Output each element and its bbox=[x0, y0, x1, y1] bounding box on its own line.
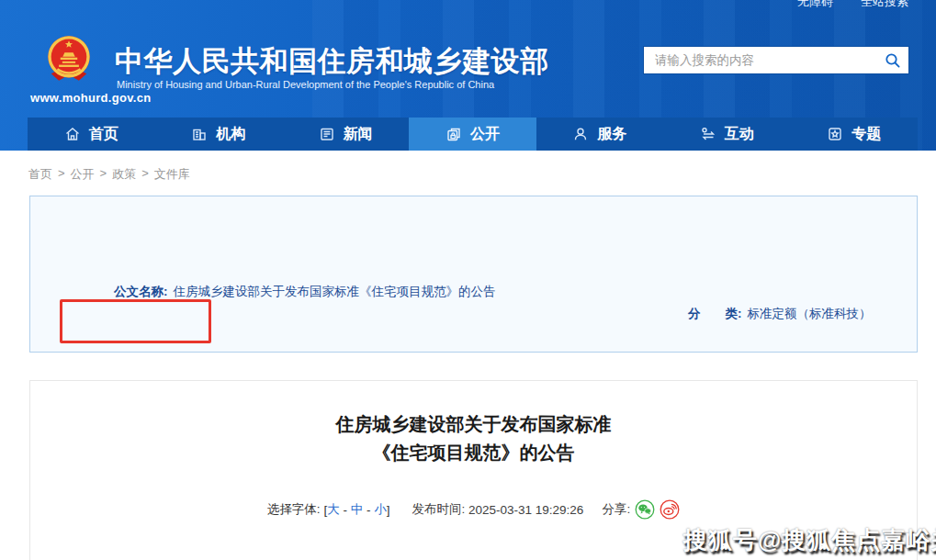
service-icon bbox=[572, 126, 589, 142]
dash: - bbox=[343, 503, 347, 517]
topbar-clipped: 无障碍 全站搜索 bbox=[797, 0, 908, 8]
breadcrumb-home[interactable]: 首页 bbox=[28, 166, 52, 183]
nav-item-service[interactable]: 服务 bbox=[536, 118, 663, 151]
meta-label: 公文名称: bbox=[114, 285, 168, 298]
interaction-icon bbox=[700, 126, 716, 142]
organization-icon bbox=[191, 126, 208, 142]
wechat-share-icon[interactable] bbox=[635, 499, 655, 520]
nav-item-disclosure[interactable]: 公开 bbox=[409, 118, 536, 151]
dash: - bbox=[367, 503, 371, 517]
site-title: 中华人民共和国住房和城乡建设部 bbox=[115, 42, 549, 81]
nav-item-label: 机构 bbox=[216, 125, 245, 144]
document-meta-panel: 公文名称:住房城乡建设部关于发布国家标准《住宅项目规范》的公告 索 引 号:00… bbox=[29, 196, 918, 353]
nav-item-topics[interactable]: 专题 bbox=[791, 118, 918, 151]
bracket: ] bbox=[387, 503, 390, 517]
article-title-line2: 《住宅项目规范》的公告 bbox=[30, 439, 917, 467]
search-box bbox=[643, 46, 909, 74]
nav-item-label: 首页 bbox=[89, 125, 118, 144]
font-size-large[interactable]: 大 bbox=[327, 501, 340, 518]
breadcrumb-separator: > bbox=[141, 166, 149, 183]
search-input[interactable] bbox=[644, 47, 877, 73]
meta-value: 住房城乡建设部关于发布国家标准《住宅项目规范》的公告 bbox=[174, 285, 496, 298]
home-icon bbox=[64, 126, 81, 142]
breadcrumb-separator: > bbox=[58, 166, 65, 183]
nav-item-label: 互动 bbox=[725, 125, 754, 144]
search-icon[interactable] bbox=[877, 47, 908, 73]
disclosure-icon bbox=[445, 126, 462, 142]
publish-time-value: 2025-03-31 19:29:26 bbox=[468, 503, 583, 517]
nav-item-news[interactable]: 新闻 bbox=[282, 118, 409, 151]
nav-item-organization[interactable]: 机构 bbox=[154, 118, 281, 151]
nav-item-label: 专题 bbox=[851, 125, 881, 144]
site-title-english: Ministry of Housing and Urban-Rural Deve… bbox=[117, 79, 494, 90]
article-title: 住房城乡建设部关于发布国家标准 《住宅项目规范》的公告 bbox=[30, 410, 917, 467]
share-label: 分享: bbox=[602, 501, 630, 518]
nav-item-label: 公开 bbox=[470, 125, 500, 144]
main-navigation: 首页 机构 新闻 bbox=[28, 118, 918, 151]
article-meta-row: 选择字体: [大 - 中 - 小] 发布时间: 2025-03-31 19:29… bbox=[30, 499, 917, 520]
topics-icon bbox=[827, 126, 843, 142]
topbar-link[interactable]: 全站搜索 bbox=[861, 0, 908, 2]
publish-time: 发布时间: 2025-03-31 19:29:26 bbox=[412, 501, 583, 518]
breadcrumb-policy[interactable]: 政策 bbox=[112, 166, 136, 183]
meta-row-category: 分 类:标准定额（标准科技） bbox=[660, 281, 872, 348]
font-size-medium[interactable]: 中 bbox=[351, 501, 364, 518]
nav-item-interaction[interactable]: 互动 bbox=[663, 118, 790, 151]
font-size-small[interactable]: 小 bbox=[374, 501, 387, 518]
article-title-line1: 住房城乡建设部关于发布国家标准 bbox=[30, 410, 917, 439]
nav-item-home[interactable]: 首页 bbox=[28, 118, 154, 151]
breadcrumb: 首页 > 公开 > 政策 > 文件库 bbox=[28, 166, 190, 183]
share-controls: 分享: bbox=[602, 499, 680, 520]
font-size-label: 选择字体: bbox=[267, 501, 321, 518]
breadcrumb-separator: > bbox=[100, 166, 107, 183]
meta-value: 标准定额（标准科技） bbox=[748, 307, 872, 320]
breadcrumb-library[interactable]: 文件库 bbox=[154, 166, 190, 183]
font-size-selector: 选择字体: [大 - 中 - 小] bbox=[267, 501, 390, 518]
publish-time-label: 发布时间: bbox=[412, 501, 465, 518]
meta-row-doc-name: 公文名称:住房城乡建设部关于发布国家标准《住宅项目规范》的公告 bbox=[86, 259, 496, 326]
breadcrumb-disclosure[interactable]: 公开 bbox=[71, 166, 95, 183]
weibo-share-icon[interactable] bbox=[660, 499, 680, 520]
national-emblem-logo bbox=[45, 33, 93, 88]
news-icon bbox=[319, 126, 335, 142]
sohu-watermark: 搜狐号@搜狐焦点嘉峪关站 bbox=[683, 524, 936, 556]
meta-label: 分 类: bbox=[688, 307, 742, 320]
topbar-link[interactable]: 无障碍 bbox=[797, 0, 833, 2]
page: 无障碍 全站搜索 www.mohurd.gov.cn 中华人民共和国住房和城乡建… bbox=[0, 0, 936, 560]
nav-item-label: 服务 bbox=[597, 125, 626, 144]
nav-item-label: 新闻 bbox=[344, 125, 373, 144]
site-url: www.mohurd.gov.cn bbox=[30, 91, 152, 105]
